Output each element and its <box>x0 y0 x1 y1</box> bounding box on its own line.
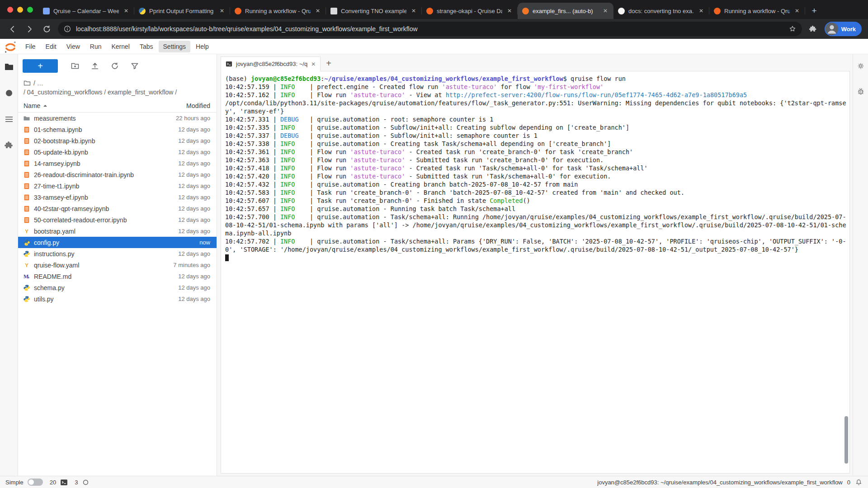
file-row[interactable]: Ybootstrap.yaml12 days ago <box>18 225 217 237</box>
browser-tab[interactable]: Qruise – Calendar – Week... <box>38 3 134 19</box>
address-bar[interactable]: localhost:8888/user/kirsty/lab/workspace… <box>58 22 802 36</box>
running-sessions-icon[interactable] <box>4 88 14 99</box>
kernel-status-icon[interactable] <box>82 479 90 486</box>
upload-icon[interactable] <box>90 61 99 70</box>
file-row[interactable]: 33-ramsey-ef.ipynb12 days ago <box>18 192 217 203</box>
new-tab-button[interactable] <box>808 5 821 17</box>
tab-close-icon[interactable] <box>410 7 417 14</box>
file-list-header[interactable]: Name Modified <box>18 99 217 113</box>
tab-close-icon[interactable] <box>506 7 513 14</box>
zoom-window-button[interactable] <box>27 7 33 13</box>
file-row[interactable]: measurements22 hours ago <box>18 113 217 124</box>
modified-column-header[interactable]: Modified <box>186 102 210 109</box>
bookmark-star-icon[interactable] <box>788 25 797 33</box>
file-row[interactable]: instructions.py12 days ago <box>18 248 217 259</box>
browser-tab[interactable]: Running a workflow - Qru... <box>709 3 805 19</box>
tab-close-icon[interactable] <box>793 7 801 14</box>
forward-icon[interactable] <box>24 23 35 35</box>
home-folder-icon[interactable] <box>24 80 31 87</box>
tab-close-icon[interactable] <box>602 7 609 14</box>
file-row[interactable]: Yqruise-flow.yaml7 minutes ago <box>18 259 217 271</box>
menu-run[interactable]: Run <box>85 41 106 52</box>
file-name: schema.py <box>34 284 175 291</box>
bell-icon[interactable] <box>855 479 863 486</box>
file-row[interactable]: 26-readout-discriminator-train.ipynb12 d… <box>18 169 217 180</box>
calendar-favicon <box>43 8 50 14</box>
refresh-icon[interactable] <box>110 61 119 70</box>
file-name: 50-correlated-readout-error.ipynb <box>34 216 175 224</box>
debugger-icon[interactable] <box>856 87 865 96</box>
breadcrumb[interactable]: / … / 04_customizing_workflows / example… <box>18 77 217 99</box>
terminal-count[interactable]: 3 <box>75 479 78 486</box>
file-row[interactable]: 01-schema.ipynb12 days ago <box>18 124 217 135</box>
site-info-icon[interactable] <box>63 25 71 33</box>
browser-tab[interactable]: example_firs... (auto-b) <box>518 3 613 19</box>
file-row[interactable]: 40-t2star-qpt-ramsey.ipynb12 days ago <box>18 203 217 214</box>
tab-close-icon[interactable] <box>698 7 705 14</box>
file-row[interactable]: 27-time-t1.ipynb12 days ago <box>18 180 217 192</box>
terminal-panel[interactable]: (base) jovyan@c85e2f6bcd93:~/qruise/exam… <box>221 71 850 474</box>
terminal-tab[interactable]: jovyan@c85e2f6bcd93: ~/q <box>221 56 321 71</box>
file-row[interactable]: schema.py12 days ago <box>18 282 217 293</box>
file-row[interactable]: MREADME.md12 days ago <box>18 271 217 282</box>
browser-tab[interactable]: strange-okapi - Qruise Da... <box>422 3 518 19</box>
new-dock-tab-button[interactable] <box>321 56 337 71</box>
file-name: 27-time-t1.ipynb <box>34 183 175 190</box>
avatar <box>826 23 838 35</box>
file-browser-icon[interactable] <box>4 61 14 72</box>
file-row[interactable]: 50-correlated-readout-error.ipynb12 days… <box>18 214 217 225</box>
menu-settings[interactable]: Settings <box>159 41 191 52</box>
file-modified: 12 days ago <box>178 137 210 144</box>
browser-tab[interactable]: Pprint Output Formatting <box>134 3 230 19</box>
minimize-window-button[interactable] <box>17 7 23 13</box>
extensions-icon[interactable] <box>807 23 819 35</box>
menu-help[interactable]: Help <box>191 41 213 52</box>
notebook-file-icon <box>23 137 30 145</box>
terminal-scrollbar[interactable] <box>844 416 848 464</box>
close-window-button[interactable] <box>7 7 13 13</box>
file-modified: 12 days ago <box>178 126 210 133</box>
breadcrumb-ellipsis[interactable]: / … <box>33 79 43 88</box>
browser-tab[interactable]: Converting TNO example... <box>326 3 422 19</box>
browser-tab[interactable]: Running a workflow - Qru... <box>230 3 326 19</box>
file-row[interactable]: utils.py12 days ago <box>18 293 217 305</box>
tab-close-icon[interactable] <box>123 7 130 14</box>
menu-file[interactable]: File <box>21 41 40 52</box>
simple-mode-toggle[interactable] <box>28 479 43 486</box>
file-row[interactable]: 14-ramsey.ipynb12 days ago <box>18 158 217 169</box>
terminal-line: 10:42:57.607 | INFO | Task run 'create_b… <box>225 197 847 205</box>
reload-icon[interactable] <box>41 23 52 35</box>
menu-view[interactable]: View <box>62 41 85 52</box>
menu-kernel[interactable]: Kernel <box>107 41 134 52</box>
extension-manager-icon[interactable] <box>4 140 14 151</box>
browser-tab[interactable]: docs: converting tno exa... <box>613 3 709 19</box>
property-inspector-icon[interactable] <box>856 61 865 70</box>
table-of-contents-icon[interactable] <box>4 114 14 125</box>
filter-icon[interactable] <box>130 61 139 70</box>
terminal-line: 10:42:57.331 | DEBUG | qruise.automation… <box>225 115 847 123</box>
new-launcher-button[interactable] <box>23 59 58 73</box>
breadcrumb-path[interactable]: / 04_customizing_workflows / example_fir… <box>24 88 211 97</box>
name-column-header[interactable]: Name <box>24 102 40 109</box>
terminal-status-icon[interactable] <box>60 479 68 486</box>
kernel-count[interactable]: 20 <box>50 479 56 486</box>
close-tab-icon[interactable] <box>311 61 316 67</box>
browser-tab-title: strange-okapi - Qruise Da... <box>437 8 502 14</box>
screen: Qruise – Calendar – Week...Pprint Output… <box>0 0 868 488</box>
notebook-file-icon <box>23 126 30 133</box>
terminal-line: 10:42:57.702 | INFO | qruise.automation … <box>225 237 847 253</box>
file-row[interactable]: 05-update-kb.ipynb12 days ago <box>18 146 217 158</box>
tab-close-icon[interactable] <box>218 7 226 14</box>
menu-edit[interactable]: Edit <box>41 41 61 52</box>
profile-chip[interactable]: Work <box>825 22 862 36</box>
file-name: 40-t2star-qpt-ramsey.ipynb <box>34 205 175 212</box>
new-folder-icon[interactable] <box>71 61 80 70</box>
menu-tabs[interactable]: Tabs <box>135 41 158 52</box>
file-row[interactable]: 02-bootstrap-kb.ipynb12 days ago <box>18 135 217 146</box>
notification-count[interactable]: 0 <box>847 479 850 486</box>
tab-close-icon[interactable] <box>314 7 321 14</box>
file-row[interactable]: config.pynow <box>18 237 217 248</box>
back-icon[interactable] <box>6 23 18 35</box>
yaml-file-icon: Y <box>23 228 30 235</box>
yaml-file-icon: Y <box>23 262 30 269</box>
